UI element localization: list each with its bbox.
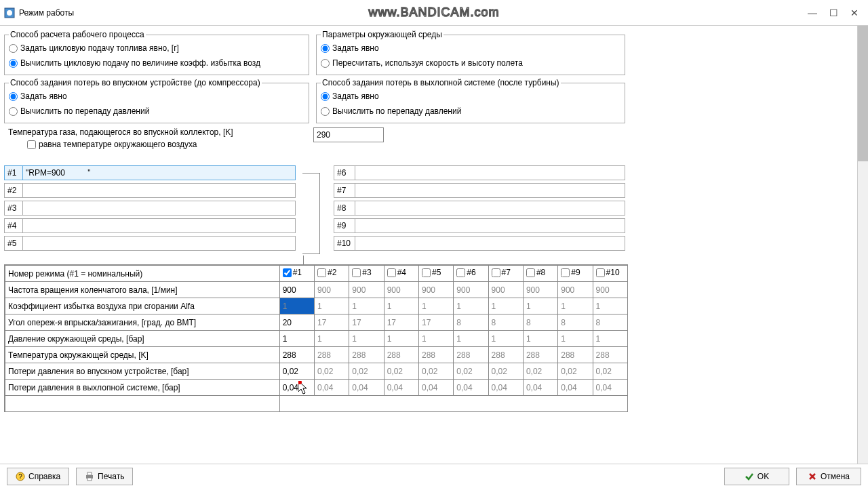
parameters-table: Номер режима (#1 = номинальный) #1 #2 #3… bbox=[4, 264, 628, 412]
checkbox-ambient-temp[interactable]: равна температуре окружающего воздуха bbox=[27, 137, 307, 152]
fieldset-calc-method: Способ расчета рабочего процесса Задать … bbox=[4, 30, 309, 75]
table-row bbox=[5, 396, 628, 412]
col-check-9[interactable]: #9 bbox=[561, 268, 580, 277]
radio-exhaust-pressure[interactable]: Вычислить по перепаду давлений bbox=[321, 104, 620, 119]
col-check-10[interactable]: #10 bbox=[596, 268, 620, 277]
mode-row-10[interactable]: #10 bbox=[334, 236, 625, 251]
connector-line bbox=[302, 173, 320, 254]
temp-input[interactable] bbox=[313, 127, 384, 142]
maximize-button[interactable]: ☐ bbox=[829, 7, 838, 18]
radio-intake-pressure[interactable]: Вычислить по перепаду давлений bbox=[9, 104, 304, 119]
svg-point-1 bbox=[7, 10, 12, 16]
titlebar: Режим работы www.BANDICAM.com — ☐ ✕ bbox=[0, 0, 868, 26]
radio-fuel-explicit[interactable]: Задать цикловую подачу топлива явно, [г] bbox=[9, 41, 304, 56]
fieldset-env-params: Параметры окружающей среды Задать явно П… bbox=[316, 30, 625, 75]
col-check-8[interactable]: #8 bbox=[526, 268, 545, 277]
table-row: Давление окружающей среды, [бар] 1111111… bbox=[5, 331, 628, 347]
radio-intake-explicit[interactable]: Задать явно bbox=[9, 89, 304, 104]
fieldset-exhaust-losses: Способ задания потерь в выхлопной систем… bbox=[316, 78, 625, 123]
table-row: Угол опереж-я впрыска/зажигания, [град. … bbox=[5, 314, 628, 331]
minimize-button[interactable]: — bbox=[808, 7, 817, 18]
mode-row-1[interactable]: #1 bbox=[4, 165, 296, 180]
col-check-7[interactable]: #7 bbox=[492, 268, 511, 277]
col-check-3[interactable]: #3 bbox=[352, 268, 371, 277]
mode-row-7[interactable]: #7 bbox=[334, 183, 625, 198]
mode-row-5[interactable]: #5 bbox=[4, 236, 296, 251]
radio-exhaust-explicit[interactable]: Задать явно bbox=[321, 89, 620, 104]
watermark: www.BANDICAM.com bbox=[368, 5, 499, 20]
mode-row-6[interactable]: #6 bbox=[334, 165, 625, 180]
mode-row-3[interactable]: #3 bbox=[4, 201, 296, 216]
table-header-label: Номер режима (#1 = номинальный) bbox=[5, 266, 280, 282]
table-row: Температура окружающей среды, [K] 288288… bbox=[5, 347, 628, 363]
radio-env-flight[interactable]: Пересчитать, используя скорость и высоту… bbox=[321, 56, 620, 70]
app-icon bbox=[4, 7, 15, 18]
close-button[interactable]: ✕ bbox=[850, 7, 859, 18]
temp-label: Температура газа, подающегося во впускно… bbox=[8, 127, 307, 137]
fieldset-intake-losses: Способ задания потерь во впускном устрой… bbox=[4, 78, 309, 123]
window-title: Режим работы bbox=[19, 8, 74, 18]
col-check-4[interactable]: #4 bbox=[387, 268, 406, 277]
radio-fuel-by-alpha[interactable]: Вычислить цикловую подачу по величине ко… bbox=[9, 56, 304, 70]
col-check-2[interactable]: #2 bbox=[317, 268, 336, 277]
radio-env-explicit[interactable]: Задать явно bbox=[321, 41, 620, 56]
table-row: Частота вращения коленчатого вала, [1/ми… bbox=[5, 282, 628, 298]
mode-row-2[interactable]: #2 bbox=[4, 183, 296, 198]
table-row: Коэффициент избытка воздуха при сгорании… bbox=[5, 298, 628, 314]
mode-row-8[interactable]: #8 bbox=[334, 201, 625, 216]
mode-row-9[interactable]: #9 bbox=[334, 218, 625, 233]
mode-row-4[interactable]: #4 bbox=[4, 218, 296, 233]
col-check-6[interactable]: #6 bbox=[456, 268, 475, 277]
table-row: Потери давления в выхлопной системе, [ба… bbox=[5, 380, 628, 396]
table-row: Потери давления во впускном устройстве, … bbox=[5, 363, 628, 380]
col-check-5[interactable]: #5 bbox=[422, 268, 441, 277]
col-check-1[interactable]: #1 bbox=[283, 268, 302, 277]
